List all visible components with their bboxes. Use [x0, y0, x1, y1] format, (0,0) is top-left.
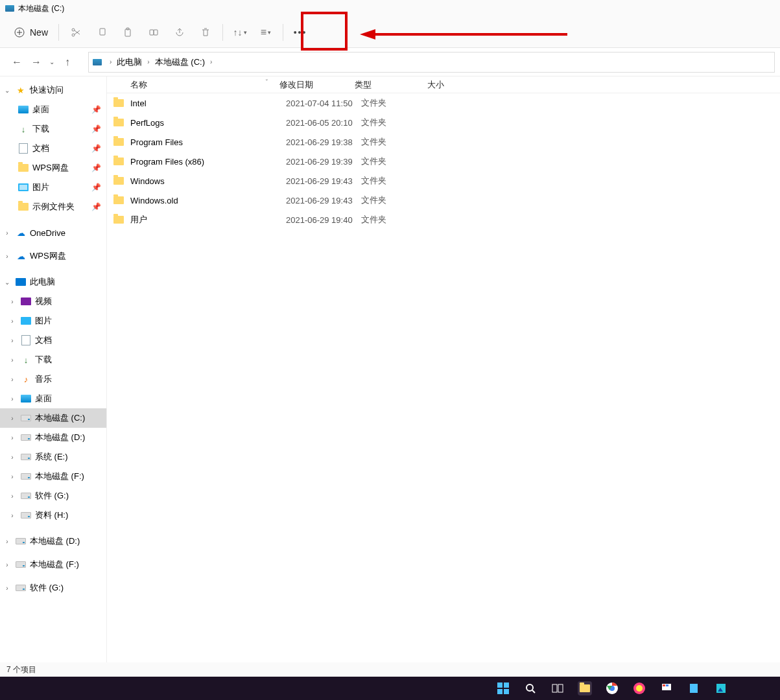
file-type: 文件夹: [361, 136, 434, 148]
sidebar-item-drive[interactable]: ›本地磁盘 (F:): [0, 555, 106, 574]
cut-button[interactable]: [63, 19, 89, 45]
svg-rect-16: [552, 684, 557, 692]
table-row[interactable]: Program Files2021-06-29 19:38文件夹: [107, 132, 780, 152]
pin-icon: 📌: [91, 202, 101, 211]
sidebar[interactable]: ⌄ ★ 快速访问 桌面📌↓下载📌文档📌WPS网盘📌图片📌示例文件夹📌 › ☁ O…: [0, 76, 106, 662]
sidebar-item-qa[interactable]: 文档📌: [0, 139, 106, 158]
app-taskbar-3[interactable]: [687, 681, 701, 695]
item-icon: [21, 413, 31, 423]
sidebar-item-label: 桌面: [32, 104, 49, 115]
sidebar-item-pc[interactable]: ›图片: [0, 311, 106, 331]
back-button[interactable]: ←: [8, 53, 26, 71]
crumb-this-pc[interactable]: 此电脑: [117, 56, 142, 68]
recent-button[interactable]: ⌄: [47, 53, 57, 71]
sidebar-item-qa[interactable]: ↓下载📌: [0, 119, 106, 139]
table-row[interactable]: PerfLogs2021-06-05 20:10文件夹: [107, 113, 780, 132]
chrome-taskbar[interactable]: [605, 681, 619, 695]
sidebar-item-pc[interactable]: ›本地磁盘 (C:): [0, 408, 106, 428]
chevron-right-icon: ›: [3, 538, 12, 545]
sidebar-onedrive[interactable]: › ☁ OneDrive: [0, 223, 106, 242]
sidebar-quick-access[interactable]: ⌄ ★ 快速访问: [0, 80, 106, 100]
column-headers[interactable]: 名称ˇ 修改日期 类型 大小: [107, 76, 780, 93]
taskbar[interactable]: [0, 677, 780, 700]
content-pane: 名称ˇ 修改日期 类型 大小 Intel2021-07-04 11:50文件夹P…: [106, 76, 780, 662]
col-date[interactable]: 修改日期: [279, 79, 355, 91]
sort-caret-icon: ˇ: [266, 79, 268, 86]
table-row[interactable]: Program Files (x86)2021-06-29 19:39文件夹: [107, 152, 780, 171]
start-button[interactable]: [496, 681, 510, 695]
item-icon: ♪: [21, 374, 31, 384]
pin-icon: 📌: [91, 105, 101, 114]
sidebar-item-label: 音乐: [35, 373, 52, 385]
sidebar-item-qa[interactable]: 示例文件夹📌: [0, 197, 106, 216]
sidebar-this-pc[interactable]: ⌄ 此电脑: [0, 272, 106, 292]
sidebar-item-drive[interactable]: ›本地磁盘 (D:): [0, 531, 106, 551]
sidebar-item-qa[interactable]: WPS网盘📌: [0, 158, 106, 178]
item-icon: [21, 471, 31, 482]
sidebar-item-label: 示例文件夹: [32, 201, 75, 213]
sidebar-item-qa[interactable]: 图片📌: [0, 178, 106, 197]
search-button[interactable]: [523, 681, 538, 695]
sidebar-item-label: 资料 (H:): [35, 509, 68, 521]
paste-button[interactable]: [115, 19, 141, 45]
sidebar-item-qa[interactable]: 桌面📌: [0, 100, 106, 119]
breadcrumb[interactable]: › 此电脑 › 本地磁盘 (C:) ›: [88, 52, 775, 73]
sidebar-item-pc[interactable]: ›本地磁盘 (F:): [0, 467, 106, 486]
chevron-right-icon: ›: [8, 318, 17, 325]
chevron-right-icon: ›: [8, 434, 17, 441]
annotation-arrow: [360, 28, 567, 47]
svg-rect-17: [558, 684, 563, 692]
nav-row: ← → ⌄ ↑ › 此电脑 › 本地磁盘 (C:) ›: [0, 48, 780, 76]
app-taskbar-2[interactable]: [659, 681, 674, 695]
sort-button[interactable]: ↑↓▾: [227, 19, 253, 45]
sidebar-item-pc[interactable]: ›视频: [0, 292, 106, 311]
sidebar-item-label: 本地磁盘 (F:): [35, 471, 84, 482]
sidebar-item-pc[interactable]: ›资料 (H:): [0, 506, 106, 525]
list-icon: ≡: [261, 27, 266, 38]
pin-icon: 📌: [91, 124, 101, 134]
chevron-right-icon: ›: [8, 395, 17, 402]
pin-icon: 📌: [91, 183, 101, 192]
sidebar-item-label: 桌面: [35, 393, 52, 404]
copy-button[interactable]: [89, 19, 115, 45]
sidebar-item-drive[interactable]: ›软件 (G:): [0, 578, 106, 598]
disk-icon: [5, 5, 14, 12]
plus-circle-icon: [14, 27, 25, 38]
explorer-taskbar[interactable]: [578, 681, 592, 695]
sidebar-item-pc[interactable]: ›↓下载: [0, 350, 106, 369]
sidebar-wps[interactable]: › ☁ WPS网盘: [0, 246, 106, 266]
chevron-right-icon: ›: [8, 454, 17, 461]
file-list[interactable]: Intel2021-07-04 11:50文件夹PerfLogs2021-06-…: [107, 93, 780, 662]
delete-button[interactable]: [193, 19, 219, 45]
item-icon: [21, 316, 31, 326]
col-size[interactable]: 大小: [427, 79, 780, 91]
table-row[interactable]: Intel2021-07-04 11:50文件夹: [107, 93, 780, 113]
chevron-right-icon: ›: [8, 493, 17, 500]
sidebar-item-pc[interactable]: ›系统 (E:): [0, 447, 106, 467]
cloud-icon: ☁: [16, 251, 26, 261]
col-type[interactable]: 类型: [355, 79, 427, 91]
more-button[interactable]: •••: [287, 19, 313, 45]
col-name[interactable]: 名称ˇ: [130, 79, 279, 91]
share-button[interactable]: [167, 19, 193, 45]
sidebar-item-label: 下载: [35, 354, 52, 366]
new-button[interactable]: New: [8, 19, 54, 45]
sidebar-item-pc[interactable]: ›软件 (G:): [0, 486, 106, 506]
svg-line-15: [532, 690, 535, 693]
crumb-drive[interactable]: 本地磁盘 (C:): [155, 56, 205, 68]
table-row[interactable]: 用户2021-06-29 19:40文件夹: [107, 210, 780, 229]
rename-button[interactable]: [141, 19, 167, 45]
forward-button[interactable]: →: [27, 53, 45, 71]
view-button[interactable]: ≡▾: [253, 19, 279, 45]
sidebar-item-pc[interactable]: ›♪音乐: [0, 369, 106, 389]
taskview-button[interactable]: [550, 681, 565, 695]
item-icon: [18, 143, 29, 154]
sidebar-item-pc[interactable]: ›桌面: [0, 389, 106, 408]
app-taskbar-4[interactable]: [714, 681, 728, 695]
up-button[interactable]: ↑: [58, 53, 77, 71]
sidebar-item-pc[interactable]: ›文档: [0, 331, 106, 350]
app-taskbar-1[interactable]: [632, 681, 646, 695]
sidebar-item-pc[interactable]: ›本地磁盘 (D:): [0, 428, 106, 447]
table-row[interactable]: Windows.old2021-06-29 19:43文件夹: [107, 191, 780, 210]
table-row[interactable]: Windows2021-06-29 19:43文件夹: [107, 171, 780, 191]
